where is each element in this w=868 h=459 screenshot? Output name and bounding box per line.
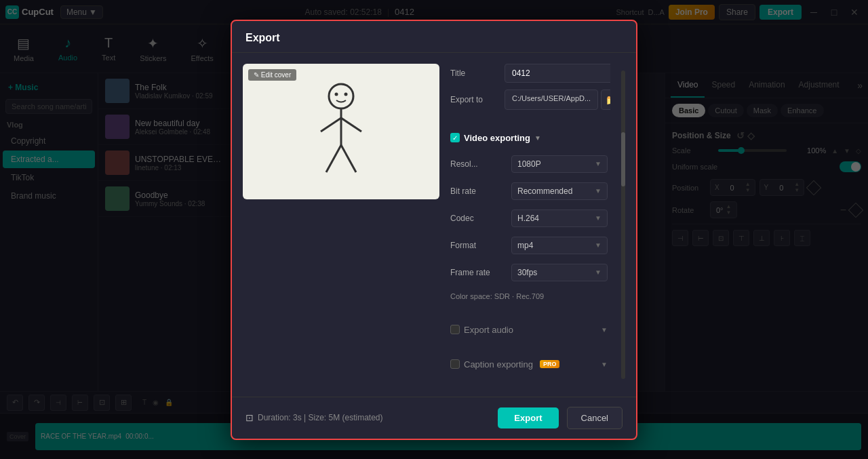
modal-overlay: Export ✎ Edit cover — [0, 0, 868, 459]
color-space-text: Color space: SDR · Rec.709 — [450, 292, 544, 300]
svg-line-7 — [341, 145, 356, 172]
framerate-arrow-icon: ▼ — [595, 268, 601, 276]
svg-line-4 — [321, 118, 341, 132]
footer-info: ⊡ Duration: 3s | Size: 5M (estimated) — [245, 412, 490, 423]
svg-line-6 — [326, 145, 341, 172]
modal-scrollbar — [621, 64, 625, 386]
codec-value: H.264 — [517, 214, 539, 223]
audio-expand-arrow[interactable]: ▼ — [601, 326, 608, 334]
caption-expand-arrow[interactable]: ▼ — [601, 361, 608, 368]
resol-label: Resol... — [450, 159, 505, 169]
caption-exporting-header[interactable]: Caption exporting PRO ▼ — [450, 357, 608, 372]
export-modal: Export ✎ Edit cover — [231, 20, 637, 440]
export-main-button[interactable]: Export — [498, 407, 558, 428]
framerate-label: Frame rate — [450, 268, 505, 277]
codec-label: Codec — [450, 214, 505, 223]
audio-exporting-header[interactable]: Export audio ▼ — [450, 322, 608, 338]
form-title-label: Title — [450, 68, 498, 78]
scrollbar-thumb[interactable] — [621, 132, 625, 186]
edit-cover-button[interactable]: ✎ Edit cover — [248, 69, 296, 81]
svg-point-0 — [329, 84, 353, 108]
resol-row: Resol... 1080P ▼ — [450, 154, 608, 174]
video-expand-arrow[interactable]: ▼ — [534, 134, 541, 142]
stick-figure — [300, 77, 382, 186]
framerate-value: 30fps — [517, 268, 537, 277]
modal-preview: ✎ Edit cover — [243, 64, 439, 386]
preview-cover: ✎ Edit cover — [243, 64, 439, 199]
codec-arrow-icon: ▼ — [595, 214, 601, 222]
resol-arrow-icon: ▼ — [595, 160, 601, 167]
caption-exporting-title: Caption exporting — [464, 359, 533, 370]
resol-select[interactable]: 1080P ▼ — [511, 155, 608, 173]
export-path: C:/Users/USER/AppD... — [505, 89, 598, 110]
video-exporting-check: ✓ — [450, 133, 460, 142]
title-input[interactable] — [505, 64, 610, 83]
folder-browse-button[interactable]: 📁 — [601, 89, 610, 110]
modal-body: ✎ Edit cover — [232, 53, 636, 397]
form-export-to-row: Export to C:/Users/USER/AppD... 📁 — [450, 89, 608, 110]
video-exporting-title: Video exporting — [464, 133, 530, 143]
svg-point-2 — [344, 92, 348, 96]
bitrate-select[interactable]: Recommended ▼ — [511, 182, 608, 200]
cancel-button[interactable]: Cancel — [567, 407, 623, 429]
svg-point-1 — [335, 92, 338, 96]
audio-check — [450, 325, 460, 334]
caption-check — [450, 359, 460, 369]
format-arrow-icon: ▼ — [595, 241, 601, 249]
bitrate-label: Bit rate — [450, 186, 505, 196]
bitrate-arrow-icon: ▼ — [595, 187, 601, 195]
form-export-to-label: Export to — [450, 95, 498, 104]
svg-line-5 — [341, 118, 361, 132]
format-value: mp4 — [517, 241, 533, 250]
pro-badge: PRO — [540, 360, 560, 368]
info-icon: ⊡ — [245, 412, 254, 423]
modal-header: Export — [232, 21, 636, 53]
resol-value: 1080P — [517, 159, 541, 169]
color-space-row: Color space: SDR · Rec.709 — [450, 290, 608, 303]
export-path-container: C:/Users/USER/AppD... 📁 — [505, 89, 610, 110]
framerate-select[interactable]: 30fps ▼ — [511, 264, 608, 281]
video-exporting-header[interactable]: ✓ Video exporting ▼ — [450, 129, 608, 147]
modal-footer: ⊡ Duration: 3s | Size: 5M (estimated) Ex… — [232, 397, 636, 439]
modal-title: Export — [245, 32, 280, 43]
form-title-row: Title — [450, 64, 608, 83]
scrollbar-track — [621, 71, 625, 379]
codec-select[interactable]: H.264 ▼ — [511, 209, 608, 227]
bitrate-value: Recommended — [517, 186, 572, 196]
bitrate-row: Bit rate Recommended ▼ — [450, 181, 608, 201]
codec-row: Codec H.264 ▼ — [450, 208, 608, 228]
audio-exporting-title: Export audio — [464, 325, 513, 335]
format-select[interactable]: mp4 ▼ — [511, 237, 608, 254]
format-row: Format mp4 ▼ — [450, 235, 608, 256]
modal-form: Title Export to C:/Users/USER/AppD... 📁 — [450, 64, 610, 386]
format-label: Format — [450, 241, 505, 250]
duration-size-text: Duration: 3s | Size: 5M (estimated) — [258, 413, 383, 422]
framerate-row: Frame rate 30fps ▼ — [450, 262, 608, 283]
